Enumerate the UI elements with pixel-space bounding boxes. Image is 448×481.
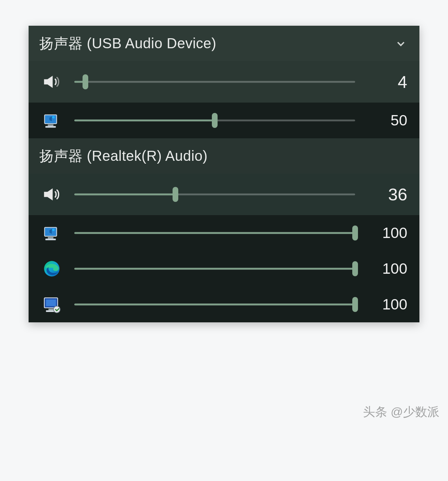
app-volume-row: 50 [29, 103, 419, 138]
svg-point-3 [52, 116, 55, 119]
svg-rect-6 [45, 239, 56, 240]
device-label: 扬声器 (Realtek(R) Audio) [39, 146, 208, 166]
svg-rect-11 [49, 309, 54, 311]
master-volume-row: 36 [29, 174, 419, 215]
device-label: 扬声器 (USB Audio Device) [39, 34, 216, 53]
app-volume-value: 100 [364, 224, 407, 242]
app-volume-slider[interactable] [74, 226, 355, 240]
app-volume-row: 100 [29, 251, 419, 287]
app-volume-slider[interactable] [74, 113, 355, 128]
svg-rect-5 [48, 237, 54, 239]
app-volume-value: 100 [364, 260, 407, 277]
device-header[interactable]: 扬声器 (USB Audio Device) [29, 26, 419, 61]
speaker-icon[interactable] [39, 183, 65, 206]
svg-rect-2 [45, 126, 56, 128]
edge-browser-icon[interactable] [39, 257, 65, 280]
master-volume-value: 4 [364, 72, 407, 92]
svg-rect-1 [48, 124, 54, 126]
system-sounds-icon[interactable] [39, 222, 65, 244]
svg-point-13 [54, 306, 60, 313]
app-volume-value: 100 [364, 296, 407, 313]
master-volume-row: 4 [29, 61, 419, 103]
device-header[interactable]: 扬声器 (Realtek(R) Audio) [29, 138, 419, 174]
chevron-down-icon[interactable] [394, 37, 407, 50]
app-volume-list: 100 [29, 215, 419, 322]
svg-point-7 [52, 229, 55, 231]
app-volume-list: 50 [29, 103, 419, 138]
watermark-text: 头条 @少数派 [363, 404, 439, 420]
app-volume-row: 100 [29, 215, 419, 251]
volume-mixer-panel: 扬声器 (USB Audio Device) 4 [29, 26, 419, 322]
app-volume-slider[interactable] [74, 297, 355, 312]
remote-desktop-icon[interactable] [39, 293, 65, 316]
svg-rect-10 [46, 299, 56, 306]
app-volume-slider[interactable] [74, 262, 355, 276]
master-volume-value: 36 [364, 185, 407, 204]
system-sounds-icon[interactable] [39, 109, 65, 132]
master-volume-slider[interactable] [74, 187, 355, 202]
master-volume-slider[interactable] [74, 75, 355, 89]
app-volume-row: 100 [29, 287, 419, 322]
speaker-icon[interactable] [39, 70, 65, 93]
app-volume-value: 50 [364, 112, 407, 129]
